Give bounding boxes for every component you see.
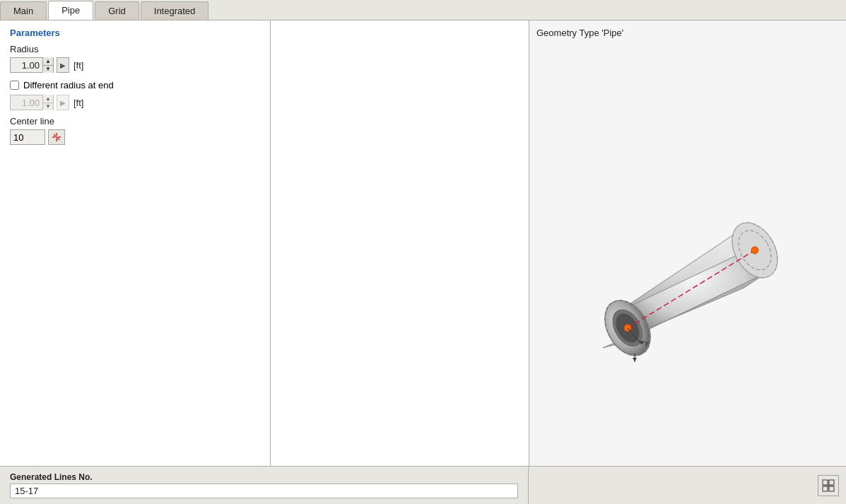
end-radius-up-btn: ▲	[43, 95, 53, 102]
radius-arrow-btn[interactable]: ▶	[57, 57, 69, 73]
radius-label: Radius	[10, 44, 260, 54]
center-line-section: Center line 10	[10, 116, 260, 145]
end-radius-down-btn: ▼	[43, 102, 53, 110]
tab-grid[interactable]: Grid	[95, 1, 139, 20]
svg-marker-17	[633, 358, 637, 362]
pipe-illustration: r	[575, 171, 801, 369]
gen-lines-label: Generated Lines No.	[10, 472, 518, 482]
radius-down-btn[interactable]: ▼	[43, 65, 53, 73]
bottom-right	[529, 467, 846, 504]
bottom-bar: Generated Lines No. 15-17	[0, 466, 846, 504]
diff-radius-label: Different radius at end	[23, 80, 114, 90]
radius-spinbox-buttons: ▲ ▼	[42, 57, 53, 73]
radius-input[interactable]	[11, 57, 42, 73]
right-panel: Geometry Type 'Pipe'	[529, 20, 846, 499]
svg-rect-23	[829, 486, 834, 491]
tab-pipe[interactable]: Pipe	[48, 1, 93, 20]
export-btn[interactable]	[818, 475, 839, 496]
center-line-row: 10	[10, 129, 260, 145]
mid-panel	[271, 20, 529, 499]
svg-rect-21	[829, 480, 834, 485]
pick-cursor-icon	[51, 131, 62, 143]
main-content: Parameters Radius ▲ ▼ ▶ [ft] Different r…	[0, 20, 846, 499]
gen-lines-value: 15-17	[10, 484, 518, 498]
geo-type-label: Geometry Type 'Pipe'	[536, 28, 839, 38]
tab-integrated[interactable]: Integrated	[141, 1, 209, 20]
left-panel: Parameters Radius ▲ ▼ ▶ [ft] Different r…	[0, 20, 271, 499]
radius-up-btn[interactable]: ▲	[43, 57, 53, 65]
radius-spinbox[interactable]: ▲ ▼	[10, 57, 54, 73]
bottom-left: Generated Lines No. 15-17	[0, 467, 529, 504]
end-radius-spinbox-buttons: ▲ ▼	[42, 95, 53, 110]
radius-unit: [ft]	[74, 60, 83, 71]
svg-rect-20	[823, 480, 828, 485]
end-radius-unit: [ft]	[74, 98, 83, 108]
end-radius-arrow-btn: ▶	[57, 95, 69, 110]
svg-rect-22	[823, 486, 828, 491]
diff-radius-checkbox[interactable]	[10, 81, 19, 90]
diff-radius-row: Different radius at end	[10, 80, 260, 90]
params-area: Parameters Radius ▲ ▼ ▶ [ft] Different r…	[0, 20, 270, 499]
svg-text:r: r	[645, 339, 649, 348]
center-line-label: Center line	[10, 116, 260, 127]
export-icon	[822, 479, 835, 492]
center-line-value: 10	[10, 129, 45, 145]
params-title: Parameters	[10, 28, 260, 38]
tab-bar: Main Pipe Grid Integrated	[0, 0, 846, 20]
pipe-svg: r	[575, 171, 801, 369]
center-line-pick-btn[interactable]	[48, 129, 65, 145]
radius-row: ▲ ▼ ▶ [ft]	[10, 57, 260, 73]
end-radius-input	[11, 95, 42, 110]
end-radius-spinbox: ▲ ▼	[10, 95, 54, 110]
end-radius-row: ▲ ▼ ▶ [ft]	[10, 95, 260, 110]
svg-point-12	[751, 247, 758, 254]
tab-main[interactable]: Main	[0, 1, 47, 20]
